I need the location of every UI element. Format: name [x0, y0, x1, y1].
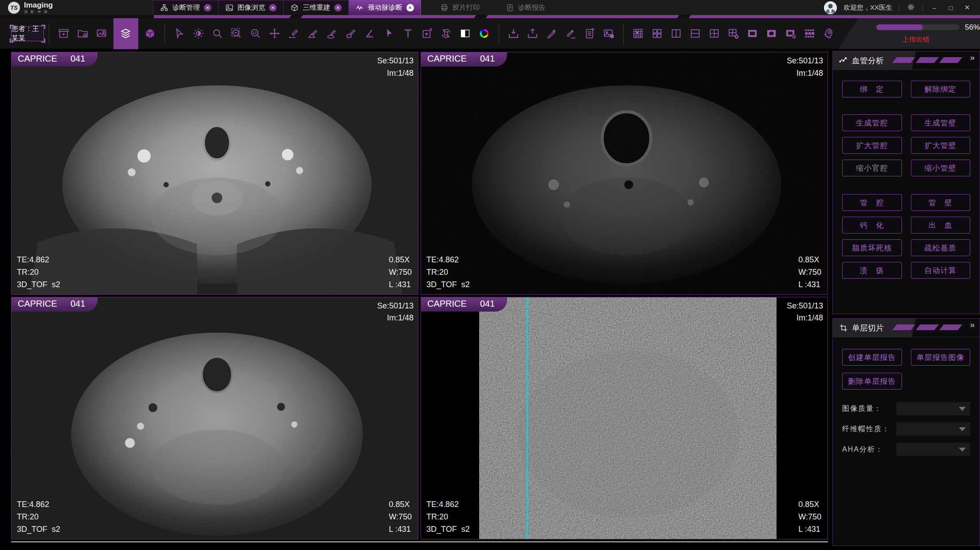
lipid-necrotic-core-button[interactable]: 脂质坏死核: [842, 239, 902, 256]
app-subtitle: 清影华康: [24, 9, 53, 14]
measure-line-icon[interactable]: [287, 27, 300, 40]
measure-ellipse-icon[interactable]: [325, 27, 338, 40]
zoom-2x-icon[interactable]: x2: [249, 27, 262, 40]
upload-error-text: 上传出错: [902, 35, 980, 44]
main-tabs: 诊断管理 ✕ 图像浏览 ✕ 三维重建 ✕ 颈动脉诊断 ✕ 胶片打印: [153, 0, 552, 15]
pointer-icon[interactable]: [382, 27, 395, 40]
window-level-overlay: 0.85XW:750L :431: [389, 254, 412, 291]
gallery-icon[interactable]: [95, 27, 108, 40]
generate-lumen-button[interactable]: 生成管腔: [842, 114, 902, 131]
maximize-button[interactable]: □: [946, 4, 956, 12]
logo-icon: TS: [8, 2, 20, 14]
shape-rect-icon[interactable]: [746, 27, 759, 40]
viewport-bottom-left[interactable]: CAPRICE041 Se:501/13Im:1/48 TE:4.862TR:2…: [11, 297, 418, 540]
create-slice-report-button[interactable]: 创建单层报告: [842, 349, 902, 366]
tab-3d-reconstruction[interactable]: 三维重建 ✕: [284, 0, 349, 15]
viewport-bottom-right[interactable]: CAPRICE041 Se:501/13Im:1/48 TE:4.862TR:2…: [421, 297, 828, 540]
loose-matrix-button[interactable]: 疏松基质: [911, 239, 971, 256]
delete-slice-report-button[interactable]: 删除单层报告: [842, 373, 902, 390]
viewport-top-right[interactable]: CAPRICE041 Se:501/13Im:1/48 TE:4.862TR:2…: [421, 52, 828, 295]
brightness-contrast-icon[interactable]: [191, 27, 205, 40]
zoom-region-icon[interactable]: [230, 27, 243, 40]
viewport-grid: CAPRICE041 Se:501/13Im:1/48 TE:4.862TR:2…: [11, 52, 828, 539]
avatar[interactable]: [824, 1, 837, 14]
viewport-top-left[interactable]: CAPRICE041 Se:501/13Im:1/48 TE:4.862TR:2…: [11, 52, 418, 295]
layout-grid-4x4-icon[interactable]: [631, 27, 644, 40]
close-button[interactable]: ✕: [962, 4, 972, 12]
enlarge-lumen-button[interactable]: 扩大管腔: [842, 137, 902, 154]
upload-icon[interactable]: [526, 27, 539, 40]
tab-label: 胶片打印: [453, 3, 480, 12]
folder-add-icon[interactable]: [76, 27, 89, 40]
roi-add-icon[interactable]: [420, 27, 433, 40]
pen-line-icon[interactable]: [564, 27, 577, 40]
bind-button[interactable]: 绑 定: [842, 81, 902, 98]
lumen-button[interactable]: 管 腔: [842, 194, 902, 211]
tab-close-icon[interactable]: ✕: [406, 4, 414, 12]
vessel-analysis-icon: [839, 56, 848, 65]
pan-icon[interactable]: [268, 27, 281, 40]
layout-window-2x2-icon[interactable]: [707, 27, 721, 40]
shape-ellipse-icon[interactable]: [765, 27, 778, 40]
study-archive-add-icon[interactable]: [57, 27, 70, 40]
color-wheel-icon[interactable]: [477, 27, 491, 40]
shrink-wall-button[interactable]: 缩小管壁: [911, 160, 971, 176]
collapse-chevron-icon[interactable]: »: [970, 53, 975, 62]
unbind-button[interactable]: 解除绑定: [911, 81, 971, 98]
layout-split-horizontal-icon[interactable]: [688, 27, 702, 40]
layout-split-vertical-icon[interactable]: [669, 27, 683, 40]
series-label: CAPRICE041: [421, 297, 507, 312]
tab-close-icon[interactable]: ✕: [204, 4, 211, 12]
settings-gear-icon[interactable]: [906, 3, 916, 13]
aha-analysis-select[interactable]: [896, 443, 970, 456]
reference-crosshair-line[interactable]: [527, 297, 528, 539]
cursor-icon[interactable]: [172, 27, 186, 40]
rotate-icon[interactable]: [439, 27, 453, 40]
layout-remove-icon[interactable]: [726, 27, 740, 40]
image-quality-select[interactable]: [896, 402, 970, 415]
tab-close-icon[interactable]: ✕: [269, 4, 277, 12]
enlarge-wall-button[interactable]: 扩大管壁: [911, 137, 971, 154]
shape-rect-remove-icon[interactable]: [784, 27, 797, 40]
collapse-chevron-icon[interactable]: »: [970, 320, 975, 330]
cube-icon: [290, 4, 299, 12]
hemorrhage-button[interactable]: 出 血: [911, 217, 971, 234]
measure-polygon-icon[interactable]: [344, 27, 357, 40]
pen-icon[interactable]: [545, 27, 558, 40]
tab-diagnosis-report[interactable]: 诊断报告: [499, 0, 552, 15]
zoom-icon[interactable]: [211, 27, 224, 40]
tab-carotid-diagnosis[interactable]: 颈动脉诊断 ✕: [349, 0, 421, 15]
tab-diagnosis-management[interactable]: 诊断管理 ✕: [153, 0, 219, 15]
patient-name-box[interactable]: 患者：王某某: [11, 26, 44, 41]
fibrous-cap-select[interactable]: [896, 422, 970, 436]
titlebar: TS Imaging 清影华康 诊断管理 ✕ 图像浏览 ✕ 三维重建 ✕: [0, 0, 980, 15]
text-icon[interactable]: [401, 27, 414, 40]
angle-icon[interactable]: [363, 27, 376, 40]
shrink-lumen-button[interactable]: 缩小官腔: [842, 160, 902, 176]
calcification-button[interactable]: 钙 化: [842, 217, 902, 234]
wall-button[interactable]: 管 壁: [911, 194, 971, 211]
layout-grid-2x2-icon[interactable]: [650, 27, 664, 40]
cube-3d-icon[interactable]: [143, 27, 156, 40]
generate-wall-button[interactable]: 生成管壁: [911, 114, 971, 131]
auto-calculate-button[interactable]: 自动计算: [911, 262, 971, 279]
image-export-icon[interactable]: [602, 27, 615, 40]
ai-assist-icon[interactable]: [822, 27, 835, 40]
tab-close-icon[interactable]: ✕: [334, 4, 342, 12]
layers-icon[interactable]: [113, 18, 138, 49]
chevron-down-icon: [959, 427, 966, 431]
slice-report-image-button[interactable]: 单层报告图像: [911, 349, 971, 366]
measure-angle-icon[interactable]: [306, 27, 319, 40]
slice-scrollbar[interactable]: [11, 541, 828, 542]
ulcer-button[interactable]: 溃 疡: [842, 262, 902, 279]
tab-film-print[interactable]: 胶片打印: [433, 0, 487, 15]
filmstrip-icon[interactable]: [803, 27, 816, 40]
invert-icon[interactable]: [458, 27, 472, 40]
report-new-icon[interactable]: [583, 27, 596, 40]
window-level-overlay: 0.85XW:750L :431: [798, 254, 821, 291]
download-icon[interactable]: [507, 27, 520, 40]
divider: [899, 4, 899, 12]
minimize-button[interactable]: –: [929, 4, 939, 12]
image-icon: [225, 4, 234, 12]
tab-image-browse[interactable]: 图像浏览 ✕: [219, 0, 284, 15]
